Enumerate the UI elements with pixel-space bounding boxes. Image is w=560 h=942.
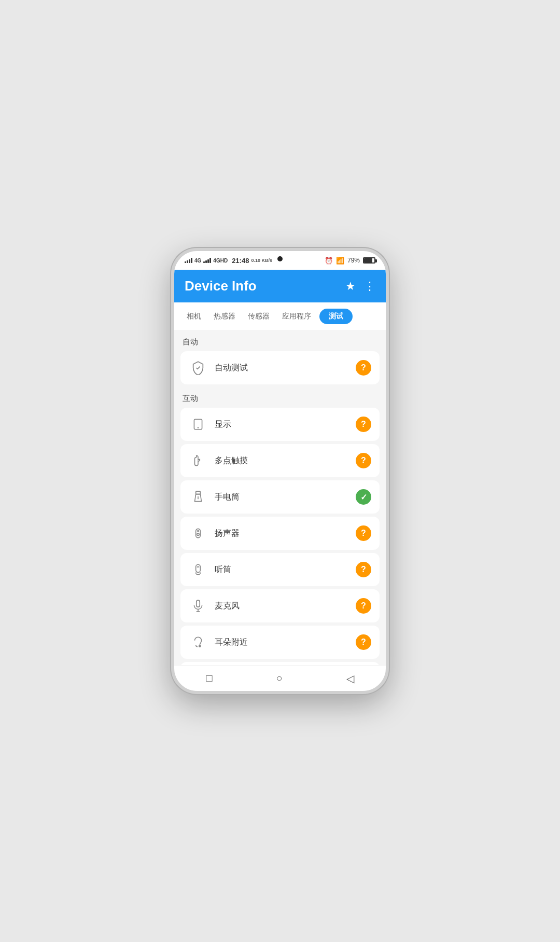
auto-test-status: ?: [356, 360, 371, 376]
star-button[interactable]: ★: [345, 280, 356, 293]
tab-thermal[interactable]: 热感器: [209, 309, 240, 324]
display-status: ?: [356, 417, 371, 432]
svg-rect-7: [196, 564, 201, 572]
touch-icon: [189, 451, 207, 470]
tab-test[interactable]: 测试: [319, 309, 353, 324]
header-icons: ★ ⋮: [345, 280, 375, 293]
app-title: Device Info: [185, 278, 257, 294]
svg-point-11: [199, 645, 201, 647]
ear-proximity-label: 耳朵附近: [215, 637, 248, 648]
tab-camera[interactable]: 相机: [183, 309, 205, 324]
phone-frame: 4G 4GHD 21:48 0.10 KB/s ⏰ 📶 79% Dev: [171, 248, 389, 694]
auto-test-label: 自动测试: [215, 363, 248, 373]
battery-fill: [364, 258, 372, 262]
more-button[interactable]: ⋮: [364, 280, 375, 293]
list-item-left: 手电筒: [189, 488, 240, 506]
flashlight-icon: [189, 488, 207, 506]
wifi-icon: 📶: [336, 257, 344, 265]
signal-icon2: [203, 257, 211, 264]
earpiece-status: ?: [356, 562, 371, 577]
speaker-icon: [189, 524, 207, 543]
svg-rect-2: [196, 491, 201, 494]
tab-sensor[interactable]: 传感器: [244, 309, 274, 324]
network-type: 4G: [194, 258, 201, 264]
app-header: Device Info ★ ⋮: [174, 270, 386, 302]
network-type2: 4GHD: [213, 258, 228, 264]
list-item-ear-proximity[interactable]: 耳朵附近 ?: [180, 626, 380, 659]
time: 21:48: [232, 257, 249, 265]
list-item-left: 显示: [189, 415, 231, 434]
mic-icon: [189, 597, 207, 615]
tabs-bar: 相机 热感器 传感器 应用程序 测试: [174, 302, 386, 331]
flashlight-status: ✓: [356, 489, 371, 505]
svg-rect-8: [197, 600, 200, 607]
nav-triangle[interactable]: ◁: [334, 668, 367, 689]
tab-apps[interactable]: 应用程序: [278, 309, 315, 324]
list-item-speaker[interactable]: 扬声器 ?: [180, 517, 380, 550]
battery-icon: [363, 257, 375, 264]
section-label-interactive: 互动: [180, 387, 380, 408]
list-item-left: 耳朵附近: [189, 633, 248, 652]
list-item-left: 多点触摸: [189, 451, 248, 470]
multitouch-label: 多点触摸: [215, 455, 248, 466]
list-item-earpiece[interactable]: 听筒 ?: [180, 553, 380, 586]
list-item-flashlight[interactable]: 手电筒 ✓: [180, 480, 380, 514]
list-item-auto-test[interactable]: 自动测试 ?: [180, 351, 380, 384]
signal-icon: [185, 257, 192, 264]
list-item-left: 麦克风: [189, 597, 240, 615]
earpiece-icon: [189, 560, 207, 579]
svg-point-1: [198, 427, 198, 428]
content-area: 自动 自动测试 ? 互动: [174, 331, 386, 665]
battery-percent: 79%: [347, 257, 360, 264]
svg-point-5: [197, 533, 199, 535]
ear-icon: [189, 633, 207, 652]
svg-point-6: [198, 531, 199, 532]
nav-square[interactable]: □: [193, 668, 225, 688]
display-label: 显示: [215, 419, 231, 430]
camera-dot: [277, 256, 283, 261]
multitouch-status: ?: [356, 453, 371, 468]
data-speed: 0.10 KB/s: [251, 258, 272, 263]
shield-icon: [189, 358, 207, 377]
flashlight-label: 手电筒: [215, 492, 240, 503]
list-item-mic[interactable]: 麦克风 ?: [180, 589, 380, 622]
section-label-auto: 自动: [180, 331, 380, 351]
ear-proximity-status: ?: [356, 634, 371, 650]
list-item-display[interactable]: 显示 ?: [180, 408, 380, 441]
status-right: ⏰ 📶 79%: [325, 257, 375, 265]
speaker-status: ?: [356, 525, 371, 541]
list-item-left: 扬声器: [189, 524, 240, 543]
list-item-left: 自动测试: [189, 358, 248, 377]
mic-label: 麦克风: [215, 601, 240, 612]
clock-icon: ⏰: [325, 257, 333, 265]
list-item-multitouch[interactable]: 多点触摸 ?: [180, 444, 380, 477]
nav-bar: □ ○ ◁: [174, 665, 386, 691]
speaker-label: 扬声器: [215, 528, 240, 539]
status-left: 4G 4GHD 21:48 0.10 KB/s: [185, 257, 272, 265]
list-item-left: 听筒: [189, 560, 231, 579]
earpiece-label: 听筒: [215, 564, 231, 575]
display-icon: [189, 415, 207, 434]
nav-circle[interactable]: ○: [264, 668, 295, 688]
mic-status: ?: [356, 598, 371, 614]
